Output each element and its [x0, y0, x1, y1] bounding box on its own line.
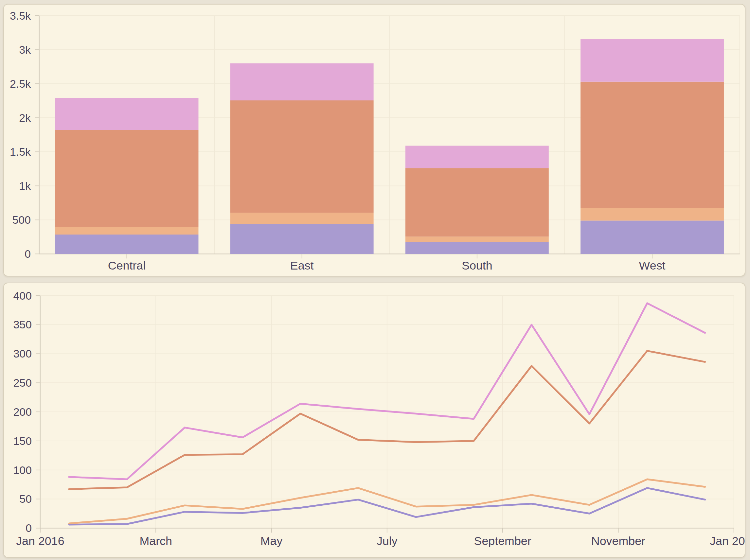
- y-axis-label: 3k: [19, 43, 31, 56]
- x-axis-label: November: [591, 535, 645, 547]
- bar-segment-pink-central[interactable]: [55, 98, 199, 130]
- y-axis-label: 250: [14, 377, 32, 389]
- y-axis-label: 1k: [19, 180, 31, 192]
- bar-segment-tan-west[interactable]: [580, 208, 724, 221]
- bar-segment-purple-west[interactable]: [580, 220, 724, 254]
- y-axis-label: 100: [14, 464, 32, 476]
- stacked-bar-chart-card: 05001k1.5k2k2.5k3k3.5kCentralEastSouthWe…: [3, 4, 745, 276]
- x-axis-label: September: [474, 535, 531, 547]
- bar-segment-pink-east[interactable]: [230, 63, 374, 100]
- bar-segment-purple-south[interactable]: [406, 242, 549, 254]
- x-axis-label: Central: [108, 259, 145, 272]
- bar-segment-tan-south[interactable]: [406, 237, 549, 242]
- y-axis-label: 2k: [19, 112, 31, 124]
- x-axis-label: July: [377, 535, 398, 547]
- x-axis-label: East: [290, 259, 314, 272]
- y-axis-label: 200: [14, 406, 32, 418]
- bar-segment-pink-west[interactable]: [580, 39, 724, 82]
- bar-segment-salmon-west[interactable]: [580, 82, 724, 208]
- y-axis-label: 2.5k: [10, 78, 31, 90]
- x-axis-label: Jan 2017: [710, 535, 745, 547]
- y-axis-label: 3.5k: [10, 9, 31, 22]
- y-axis-label: 300: [14, 347, 32, 360]
- bar-segment-salmon-south[interactable]: [406, 168, 549, 237]
- bar-segment-purple-east[interactable]: [230, 224, 374, 254]
- x-axis-label: West: [639, 259, 666, 272]
- bar-segment-purple-central[interactable]: [55, 235, 199, 254]
- line-chart-card: 050100150200250300350400Jan 2016MarchMay…: [3, 283, 745, 558]
- bar-segment-tan-east[interactable]: [230, 213, 374, 224]
- y-axis-label: 350: [14, 318, 32, 331]
- bar-segment-pink-south[interactable]: [406, 145, 549, 168]
- y-axis-label: 500: [13, 214, 31, 226]
- bar-segment-tan-central[interactable]: [55, 227, 199, 235]
- y-axis-label: 0: [25, 522, 32, 534]
- x-axis-label: May: [260, 535, 283, 547]
- y-axis-label: 400: [14, 289, 32, 302]
- x-axis-label: Jan 2016: [16, 535, 64, 547]
- y-axis-label: 50: [19, 493, 32, 505]
- x-axis-label: South: [462, 259, 492, 272]
- bar-segment-salmon-central[interactable]: [55, 130, 199, 227]
- y-axis-label: 1.5k: [10, 145, 31, 158]
- y-axis-label: 0: [24, 247, 31, 260]
- bar-segment-salmon-east[interactable]: [230, 100, 374, 213]
- y-axis-label: 150: [14, 435, 32, 447]
- line-chart: 050100150200250300350400Jan 2016MarchMay…: [4, 283, 745, 557]
- x-axis-label: March: [139, 535, 172, 547]
- stacked-bar-chart: 05001k1.5k2k2.5k3k3.5kCentralEastSouthWe…: [4, 5, 745, 276]
